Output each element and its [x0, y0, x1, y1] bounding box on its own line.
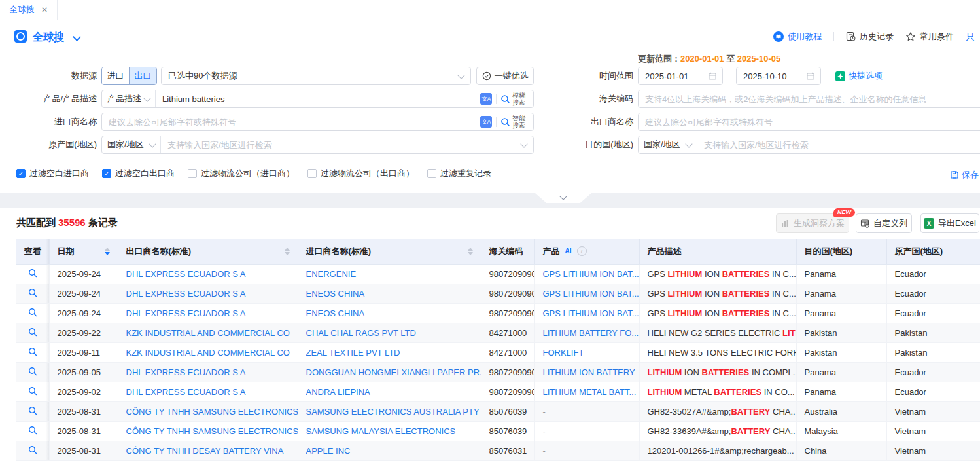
hs-code-cell: 85076031 — [481, 441, 534, 460]
checkbox-unchecked-icon[interactable] — [307, 169, 317, 178]
filter-checkbox[interactable]: 过滤物流公司（出口商） — [307, 168, 414, 179]
hs-code-cell: 85076039 — [481, 401, 534, 421]
destination-country-select[interactable]: 国家/地区 — [639, 136, 697, 153]
trade-direction-toggle: 进口 出口 — [101, 67, 157, 85]
date-from-input[interactable] — [638, 67, 723, 85]
smart-search-button[interactable]: 智能搜索 — [500, 115, 533, 129]
importer-link[interactable]: SAMSUNG MALAYSIA ELECTRONICS — [306, 426, 456, 436]
date-to-input[interactable] — [736, 67, 821, 85]
save-button[interactable]: 保存 — [950, 169, 979, 181]
view-record-icon[interactable] — [28, 406, 37, 415]
data-source-select[interactable]: 已选中90个数据源 — [161, 67, 471, 85]
translate-icon[interactable]: 文A — [480, 116, 492, 128]
exporter-link[interactable]: KZK INDUSTRIAL AND COMMERCIAL CO — [126, 348, 290, 358]
importer-link[interactable]: APPLE INC — [306, 446, 351, 456]
filter-checkbox[interactable]: 过滤物流公司（进口商） — [188, 168, 294, 179]
exporter-link[interactable]: DHL EXPRESS ECUADOR S A — [126, 367, 246, 377]
table-row: 2025-09-05DHL EXPRESS ECUADOR S ADONGGUA… — [16, 362, 980, 382]
ai-badge: AI — [563, 247, 574, 255]
export-excel-button[interactable]: X 导出Excel — [920, 213, 979, 233]
destination-cell: Panama — [796, 362, 886, 382]
product-cell: GPS LITHIUM ION BAT... — [534, 303, 639, 323]
exporter-link[interactable]: CÔNG TY TNHH SAMSUNG ELECTRONICS ... — [126, 407, 298, 416]
exporter-link[interactable]: CÔNG TY TNHH DESAY BATTERY VINA — [126, 446, 284, 456]
hs-code-input[interactable] — [639, 94, 980, 104]
product-link[interactable]: GPS LITHIUM ION BAT... — [543, 308, 639, 318]
checkbox-checked-icon[interactable]: ✓ — [16, 169, 26, 178]
checkbox-checked-icon[interactable]: ✓ — [102, 169, 111, 178]
tab-global-search[interactable]: 全球搜 ✕ — [0, 0, 58, 20]
exporter-link[interactable]: DHL EXPRESS ECUADOR S A — [126, 387, 246, 397]
filter-checkbox[interactable]: ✓过滤空白进口商 — [16, 168, 89, 179]
col-exporter: 出口商名称(标准) — [118, 239, 298, 264]
product-link[interactable]: GPS LITHIUM ION BAT... — [543, 289, 639, 299]
importer-name-input[interactable] — [102, 117, 480, 127]
translate-icon[interactable]: 文A — [480, 93, 492, 105]
product-search-input[interactable] — [156, 94, 480, 104]
destination-cell: Panama — [796, 284, 886, 303]
favorites-link[interactable]: 常用条件 — [905, 31, 954, 43]
view-record-icon[interactable] — [28, 426, 37, 435]
destination-country-input[interactable] — [697, 140, 980, 150]
more-icon[interactable]: 只 — [966, 31, 980, 42]
view-record-icon[interactable] — [28, 308, 37, 317]
view-record-icon[interactable] — [28, 288, 37, 297]
product-link[interactable]: GPS LITHIUM ION BAT... — [543, 269, 639, 279]
product-link[interactable]: LITHIUM METAL BATT... — [543, 387, 637, 397]
checkbox-unchecked-icon[interactable] — [427, 169, 436, 178]
chevron-down-icon[interactable] — [73, 33, 81, 41]
quick-options-link[interactable]: 快捷选项 — [835, 70, 883, 82]
exporter-link[interactable]: DHL EXPRESS ECUADOR S A — [126, 289, 246, 299]
view-record-icon[interactable] — [28, 347, 37, 356]
view-record-icon[interactable] — [28, 367, 37, 376]
export-toggle[interactable]: 出口 — [129, 67, 156, 84]
chevron-down-icon — [559, 193, 567, 200]
exporter-link[interactable]: CÔNG TY TNHH SAMSUNG ELECTRONICS ... — [126, 426, 298, 436]
tutorial-link[interactable]: 使用教程 — [773, 31, 822, 43]
sort-importer[interactable] — [463, 248, 473, 255]
fuzzy-search-button[interactable]: 模糊搜索 — [500, 92, 533, 106]
exporter-link[interactable]: KZK INDUSTRIAL AND COMMERCIAL CO — [126, 328, 290, 338]
product-link[interactable]: LITHIUM BATTERY FO... — [543, 328, 639, 338]
view-record-icon[interactable] — [28, 327, 37, 337]
filter-checkbox[interactable]: 过滤重复记录 — [427, 168, 491, 179]
importer-link[interactable]: ENEOS CHINA — [306, 308, 365, 318]
importer-link[interactable]: ENERGENIE — [306, 269, 357, 279]
one-click-optimize-button[interactable]: 一键优选 — [476, 67, 534, 85]
import-toggle[interactable]: 进口 — [102, 67, 129, 84]
customize-columns-button[interactable]: 自定义列 — [856, 213, 912, 233]
importer-link[interactable]: ANDRA LIEPINA — [306, 387, 370, 397]
origin-country-input[interactable] — [161, 140, 521, 150]
importer-link[interactable]: CHAL CHAL RAGS PVT LTD — [306, 328, 416, 338]
product-link[interactable]: LITHIUM ION BATTERY — [543, 367, 635, 377]
generate-insight-button[interactable]: 生成洞察方案 NEW — [776, 213, 849, 233]
product-field-select[interactable]: 产品描述 — [102, 90, 156, 107]
sort-date[interactable] — [99, 248, 110, 255]
importer-link[interactable]: ZEAL TEXTILE PVT LTD — [306, 348, 400, 358]
checkbox-label: 过滤空白出口商 — [115, 168, 175, 179]
collapse-form-handle[interactable] — [535, 193, 591, 203]
view-record-icon[interactable] — [28, 445, 37, 454]
origin-cell: Ecuador — [886, 382, 980, 401]
table-row: 2025-09-11KZK INDUSTRIAL AND COMMERCIAL … — [16, 342, 980, 362]
importer-link[interactable]: SAMSUNG ELECTRONICS AUSTRALIA PTY — [306, 407, 480, 416]
filter-checkbox[interactable]: ✓过滤空白出口商 — [102, 168, 175, 179]
exporter-name-input[interactable] — [639, 117, 980, 127]
exporter-link[interactable]: DHL EXPRESS ECUADOR S A — [126, 269, 246, 279]
history-link[interactable]: 历史记录 — [846, 31, 894, 43]
view-record-icon[interactable] — [28, 268, 37, 278]
origin-country-select[interactable]: 国家/地区 — [102, 136, 161, 153]
date-to-field[interactable] — [742, 71, 797, 82]
date-cell: 2025-09-22 — [49, 323, 118, 342]
sort-exporter[interactable] — [279, 248, 290, 255]
close-icon[interactable]: ✕ — [41, 5, 48, 14]
table-row: 2025-09-02DHL EXPRESS ECUADOR S AANDRA L… — [16, 382, 980, 401]
exporter-link[interactable]: DHL EXPRESS ECUADOR S A — [126, 308, 246, 318]
product-link[interactable]: FORKLIFT — [543, 348, 584, 358]
importer-link[interactable]: DONGGUAN HONGMEI XIANGLI PAPER PR... — [306, 367, 481, 377]
view-record-icon[interactable] — [28, 386, 37, 396]
info-icon[interactable]: i — [577, 246, 587, 256]
date-from-field[interactable] — [644, 71, 699, 82]
importer-link[interactable]: ENEOS CHINA — [306, 289, 365, 299]
checkbox-unchecked-icon[interactable] — [188, 169, 197, 178]
